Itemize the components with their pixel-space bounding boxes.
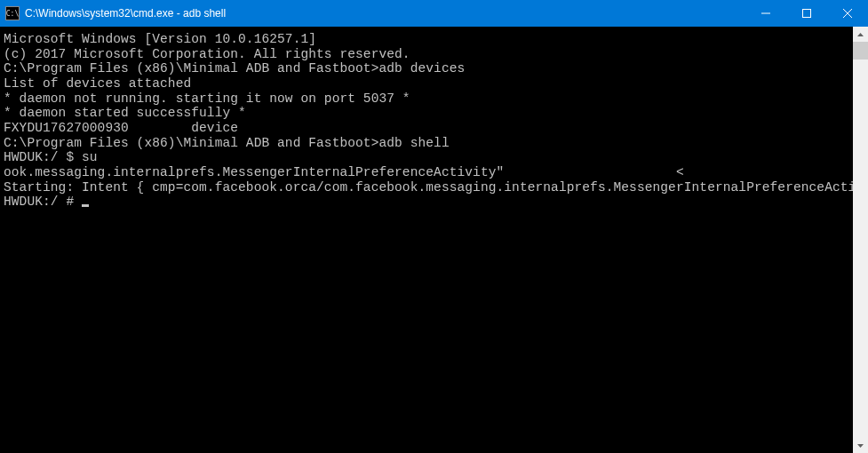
vertical-scrollbar[interactable] xyxy=(853,27,868,453)
terminal-line: ook.messaging.internalprefs.MessengerInt… xyxy=(4,165,849,180)
close-button[interactable] xyxy=(827,0,868,27)
maximize-button[interactable] xyxy=(786,0,827,27)
scroll-down-button[interactable] xyxy=(853,438,868,453)
terminal-container: Microsoft Windows [Version 10.0.16257.1]… xyxy=(0,27,868,453)
terminal-line: HWDUK:/ # xyxy=(4,195,849,210)
terminal-line: Starting: Intent { cmp=com.facebook.orca… xyxy=(4,180,849,195)
terminal-line: (c) 2017 Microsoft Corporation. All righ… xyxy=(4,47,849,62)
window-titlebar: C:\ C:\Windows\system32\cmd.exe - adb sh… xyxy=(0,0,868,27)
terminal-line: C:\Program Files (x86)\Minimal ADB and F… xyxy=(4,136,849,151)
svg-rect-1 xyxy=(803,10,811,18)
scrollbar-track[interactable] xyxy=(853,42,868,438)
terminal-output[interactable]: Microsoft Windows [Version 10.0.16257.1]… xyxy=(0,27,853,453)
scroll-up-button[interactable] xyxy=(853,27,868,42)
window-title: C:\Windows\system32\cmd.exe - adb shell xyxy=(25,7,226,20)
scrollbar-thumb[interactable] xyxy=(853,42,868,60)
terminal-line: * daemon started successfully * xyxy=(4,106,849,121)
terminal-line: List of devices attached xyxy=(4,76,849,91)
terminal-line: FXYDU17627000930 device xyxy=(4,121,849,136)
terminal-line: HWDUK:/ $ su xyxy=(4,150,849,165)
titlebar-left: C:\ C:\Windows\system32\cmd.exe - adb sh… xyxy=(0,6,226,20)
terminal-line: C:\Program Files (x86)\Minimal ADB and F… xyxy=(4,61,849,76)
cmd-icon: C:\ xyxy=(5,6,20,20)
terminal-line: * daemon not running. starting it now on… xyxy=(4,91,849,107)
window-controls xyxy=(745,0,868,27)
svg-marker-5 xyxy=(857,444,864,448)
svg-marker-4 xyxy=(857,33,864,36)
terminal-line: Microsoft Windows [Version 10.0.16257.1] xyxy=(4,32,849,47)
minimize-button[interactable] xyxy=(745,0,786,27)
cursor xyxy=(82,204,89,207)
